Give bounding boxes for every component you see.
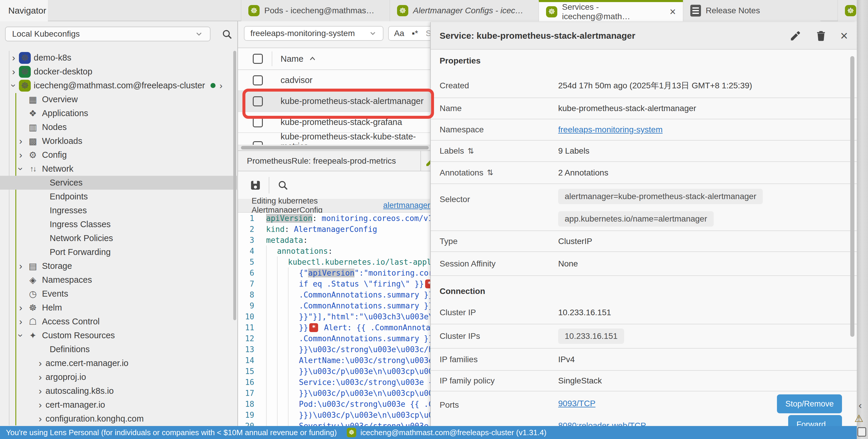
sidebar-item[interactable]: › acme.cert-manager.io › <box>0 356 238 370</box>
tab-services[interactable]: ☸ Services - icecheng@math… × <box>539 0 683 21</box>
code-line[interactable]: 6{"apiVersion":"monitoring.core <box>238 267 430 278</box>
chevron-icon[interactable]: › <box>35 358 45 369</box>
code-line[interactable]: 4annotations: <box>238 245 430 257</box>
sidebar-item[interactable]: › Ingress Classes › <box>0 217 238 231</box>
table-row[interactable]: cadvisor <box>238 70 430 91</box>
sidebar-item[interactable]: › configuration.konghq.com › <box>0 412 238 426</box>
chevron-icon[interactable]: › <box>35 372 45 382</box>
code-line[interactable]: 3metadata: <box>238 235 430 245</box>
sidebar-item[interactable]: › ◈ Namespaces › <box>0 273 238 287</box>
row-checkbox[interactable] <box>253 141 263 145</box>
table-row[interactable]: kube-prometheus-stack-grafana <box>238 112 430 133</box>
stop-remove-button[interactable]: Stop/Remove <box>777 394 842 413</box>
sidebar-item[interactable]: › ↑↓ Network › <box>0 162 238 176</box>
code-line[interactable]: 11}}* Alert: {{ .CommonAnnotati <box>238 322 430 333</box>
chevron-icon[interactable]: › <box>35 385 45 397</box>
sort-toggle-icon[interactable]: ⇅ <box>487 168 493 177</box>
search-icon[interactable] <box>277 179 289 191</box>
chevron-icon[interactable]: › <box>16 316 26 327</box>
port-link-9093[interactable]: 9093/TCP <box>558 399 595 408</box>
sidebar-item[interactable]: › ◷ Events › <box>0 287 238 301</box>
code-line[interactable]: 15}}\u003c/p\u003e\n\u003cp\u003 <box>238 366 430 377</box>
row-checkbox[interactable] <box>253 75 263 86</box>
sidebar-item[interactable]: › argoproj.io › <box>0 370 238 384</box>
kubeconfig-select[interactable]: Local Kubeconfigs <box>5 27 211 41</box>
code-line[interactable]: 16Service:\u003c/strong\u003e { <box>238 377 430 387</box>
sidebar-scrollbar[interactable] <box>233 51 236 320</box>
tab-alertmanager-configs[interactable]: ☸ Alertmanager Configs - icec… <box>390 0 539 21</box>
chevron-icon[interactable]: › <box>8 66 19 77</box>
code-line[interactable]: 19}})\u003c/p\u003e\n\u003cp\u00 <box>238 409 430 420</box>
chevron-icon[interactable]: › <box>8 80 19 91</box>
code-line[interactable]: 14AlertName:\u003c/strong\u003e <box>238 355 430 366</box>
drawer-scrollbar[interactable] <box>850 56 855 337</box>
sidebar-item[interactable]: › ☸ Helm › <box>0 301 238 315</box>
chevron-up-icon[interactable] <box>308 54 317 63</box>
sidebar-item[interactable]: › ▦ Overview › <box>0 93 238 106</box>
chevron-left-icon[interactable]: ‹ <box>859 399 862 411</box>
namespace-select[interactable]: freeleaps-monitoring-system <box>244 26 383 41</box>
sidebar-item[interactable]: › ✦ Custom Resources › <box>0 329 238 342</box>
sidebar-item[interactable]: › ▥ Nodes › <box>0 120 238 134</box>
tab-pods[interactable]: ☸ Pods - icecheng@mathmas… <box>241 0 390 21</box>
save-icon[interactable] <box>249 179 261 192</box>
code-line[interactable]: 2kind: AlertmanagerConfig <box>238 224 430 235</box>
sidebar-item[interactable]: › Definitions › <box>0 342 238 356</box>
code-line[interactable]: 7if eq .Status \"firing\" }}* <box>238 278 430 289</box>
row-checkbox[interactable] <box>253 96 263 106</box>
sidebar-item[interactable]: › ⚙ Config › <box>0 148 238 162</box>
sort-toggle-icon[interactable]: ⇅ <box>468 146 474 156</box>
code-line[interactable]: 13}}\u003c/strong\u003e\u003c/h3 <box>238 344 430 355</box>
code-line[interactable]: 17}}\u003c/p\u003e\n\u003cp\u003 <box>238 387 430 399</box>
chevron-icon[interactable]: › <box>8 52 19 63</box>
sidebar-item[interactable]: › ▩ Workloads › <box>0 134 238 148</box>
search-icon[interactable] <box>221 28 233 40</box>
match-case-icon[interactable]: Aa <box>394 29 404 38</box>
sidebar-item[interactable]: › ▤ Storage › <box>0 259 238 273</box>
code-line[interactable]: 10}}"}],"html":"\u003ch3\u003e\u <box>238 311 430 322</box>
sidebar-item[interactable]: › cert-manager.io › <box>0 398 238 412</box>
row-checkbox[interactable] <box>253 117 263 127</box>
tab-release-notes[interactable]: Release Notes <box>683 0 820 21</box>
trash-icon[interactable] <box>815 30 827 42</box>
sidebar-item[interactable]: › Port Forwarding › <box>0 245 238 259</box>
chevron-icon[interactable]: › <box>16 302 26 313</box>
chevron-icon[interactable]: › <box>16 261 26 271</box>
alertmanager-config-link[interactable]: alertmanager <box>383 201 430 210</box>
chevron-icon[interactable]: › <box>16 164 26 174</box>
namespace-link[interactable]: freeleaps-monitoring-system <box>558 125 662 134</box>
code-line[interactable]: 5kubectl.kubernetes.io/last-appli <box>238 257 430 267</box>
code-line[interactable]: 8.CommonAnnotations.summary }} <box>238 289 430 300</box>
chevron-icon[interactable]: › <box>35 413 45 424</box>
window-widget-icon[interactable] <box>857 427 866 437</box>
pencil-icon[interactable] <box>789 30 802 42</box>
regex-icon[interactable]: ▪* <box>412 29 418 38</box>
sidebar-item[interactable]: › ☸ icecheng@mathmast.com@freeleaps-clus… <box>0 78 238 93</box>
sidebar-item[interactable]: › autoscaling.k8s.io › <box>0 384 238 398</box>
code-line[interactable]: 9.CommonAnnotations.summary }} <box>238 300 430 311</box>
chevron-icon[interactable]: › <box>16 330 26 341</box>
table-horizontal-scrollbar[interactable] <box>238 145 430 150</box>
close-tab-icon[interactable]: × <box>670 6 676 17</box>
sidebar-item[interactable]: › Endpoints › <box>0 190 238 204</box>
sidebar-item[interactable]: › Ingresses › <box>0 204 238 217</box>
chevron-icon[interactable]: › <box>35 399 45 410</box>
table-row[interactable]: kube-prometheus-stack-alertmanager <box>238 91 430 112</box>
warning-icon[interactable]: ⚠ <box>855 412 863 424</box>
sidebar-item[interactable]: › ☖ Access Control › <box>0 315 238 329</box>
code-line[interactable]: 1apiVersion: monitoring.coreos.com/v1 <box>238 213 430 224</box>
sidebar-item[interactable]: › ☸ docker-desktop › <box>0 65 238 78</box>
yaml-editor[interactable]: 1apiVersion: monitoring.coreos.com/v12ki… <box>238 213 430 439</box>
chevron-right-icon[interactable]: › <box>220 81 223 91</box>
sidebar-item[interactable]: › ☸ demo-k8s › <box>0 51 238 65</box>
sidebar-item[interactable]: › Network Policies › <box>0 231 238 245</box>
chevron-icon[interactable]: › <box>16 136 26 146</box>
table-row[interactable]: kube-prometheus-stack-kube-state-metrics <box>238 133 430 145</box>
code-line[interactable]: 18Pod:\u003c/strong\u003e {{ .Co <box>238 399 430 409</box>
close-icon[interactable]: × <box>840 29 848 42</box>
sidebar-item[interactable]: › ❖ Applications › <box>0 106 238 120</box>
chevron-icon[interactable]: › <box>16 149 26 160</box>
code-line[interactable]: 12.CommonAnnotations.summary }} <box>238 333 430 344</box>
select-all-checkbox[interactable] <box>253 54 263 64</box>
name-column-header[interactable]: Name <box>281 54 303 64</box>
